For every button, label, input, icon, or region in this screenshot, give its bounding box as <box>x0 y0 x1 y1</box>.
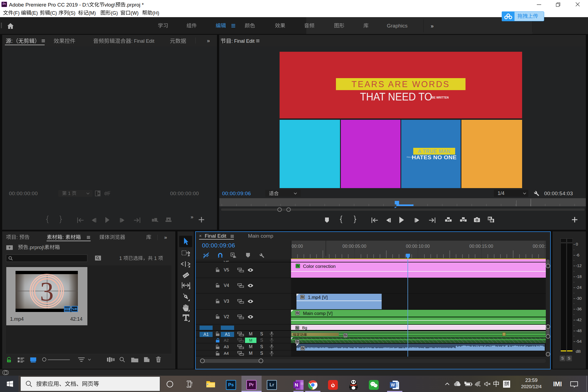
svg-text:W: W <box>391 383 395 387</box>
svg-text:N: N <box>295 382 298 388</box>
svg-text:3: 3 <box>40 276 54 307</box>
